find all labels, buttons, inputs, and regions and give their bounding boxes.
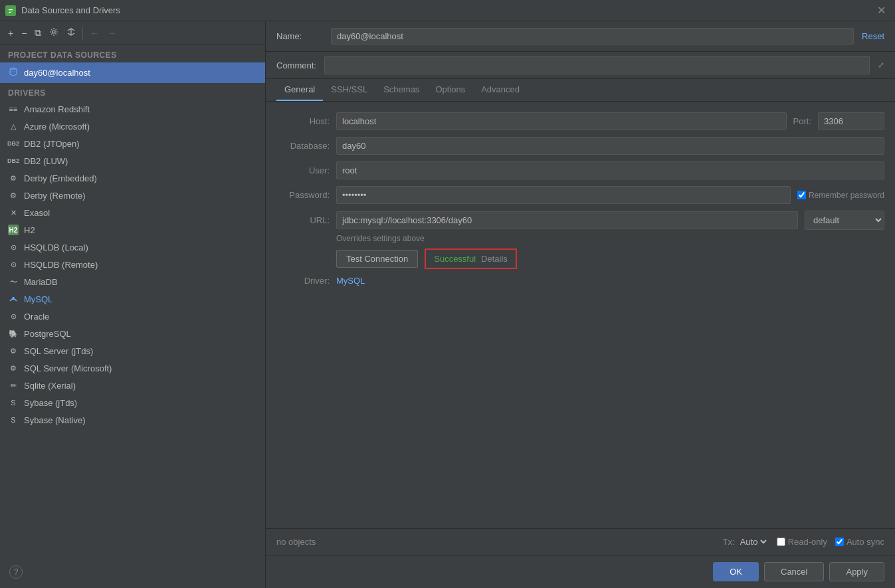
back-button[interactable]: ←: [87, 27, 102, 40]
driver-hsqldb-local[interactable]: ⊙ HSQLDB (Local): [0, 239, 265, 256]
help-button[interactable]: ?: [9, 565, 23, 579]
datasource-item[interactable]: day60@localhost: [0, 62, 265, 83]
driver-sybase-jtds-label: Sybase (jTds): [24, 398, 77, 408]
readonly-label: Read-only: [788, 537, 827, 547]
reset-button[interactable]: Reset: [862, 31, 884, 41]
driver-amazon-redshift-label: Amazon Redshift: [24, 104, 90, 114]
remember-password-checkbox[interactable]: [797, 191, 806, 199]
driver-sqlserver-jtds-label: SQL Server (jTds): [24, 346, 93, 356]
svg-rect-2: [9, 11, 13, 11]
ok-button[interactable]: OK: [713, 562, 759, 581]
driver-sybase-jtds[interactable]: S Sybase (jTds): [0, 394, 265, 411]
cancel-button[interactable]: Cancel: [764, 562, 824, 581]
expand-icon[interactable]: ⤢: [878, 60, 884, 70]
database-input[interactable]: [336, 137, 884, 155]
driver-derby-embedded-label: Derby (Embedded): [24, 173, 97, 183]
driver-row: Driver: MySQL: [276, 276, 884, 286]
driver-mariadb[interactable]: 〜 MariaDB: [0, 273, 265, 290]
password-label: Password:: [276, 190, 330, 200]
driver-derby-embedded[interactable]: ⚙ Derby (Embedded): [0, 169, 265, 187]
driver-sybase-native[interactable]: S Sybase (Native): [0, 411, 265, 429]
svg-rect-3: [9, 12, 11, 13]
derby-remote-icon: ⚙: [8, 190, 19, 201]
driver-sqlserver-microsoft-label: SQL Server (Microsoft): [24, 363, 112, 373]
exasol-icon: ✕: [8, 207, 19, 218]
footer-buttons: OK Cancel Apply: [266, 555, 895, 588]
remember-password-label: Remember password: [809, 191, 884, 200]
url-input[interactable]: [336, 211, 798, 229]
app-icon: [5, 5, 16, 16]
name-input[interactable]: [331, 28, 854, 45]
driver-db2-jtopen[interactable]: DB2 DB2 (JTOpen): [0, 135, 265, 152]
add-button[interactable]: +: [5, 27, 16, 40]
datasource-icon: [8, 66, 19, 79]
apply-button[interactable]: Apply: [829, 562, 884, 581]
driver-mysql[interactable]: MySQL: [0, 290, 265, 308]
driver-postgresql[interactable]: 🐘 PostgreSQL: [0, 325, 265, 342]
driver-db2-luw[interactable]: DB2 DB2 (LUW): [0, 152, 265, 169]
amazon-redshift-icon: ≡≡: [8, 104, 19, 114]
driver-sqlserver-jtds[interactable]: ⚙ SQL Server (jTds): [0, 342, 265, 359]
driver-sqlserver-microsoft[interactable]: ⚙ SQL Server (Microsoft): [0, 359, 265, 377]
svg-point-8: [12, 297, 15, 300]
tx-select[interactable]: Auto: [738, 536, 769, 547]
svg-point-4: [52, 31, 55, 33]
copy-button[interactable]: ⧉: [32, 26, 44, 40]
password-input[interactable]: [336, 186, 791, 204]
tab-options[interactable]: Options: [427, 79, 473, 101]
driver-link[interactable]: MySQL: [336, 276, 365, 286]
test-connection-row: Test Connection Successful Details: [336, 248, 884, 269]
tab-sshssl[interactable]: SSH/SSL: [323, 79, 375, 101]
postgresql-icon: 🐘: [8, 328, 19, 339]
title-bar: Data Sources and Drivers ✕: [0, 0, 895, 21]
settings-button[interactable]: [47, 26, 61, 40]
driver-derby-remote[interactable]: ⚙ Derby (Remote): [0, 187, 265, 204]
driver-exasol[interactable]: ✕ Exasol: [0, 204, 265, 221]
toolbar: + − ⧉ ← →: [0, 21, 265, 45]
success-text: Successful: [434, 254, 476, 264]
close-button[interactable]: ✕: [873, 3, 890, 18]
details-link[interactable]: Details: [481, 254, 508, 264]
driver-hsqldb-remote[interactable]: ⊙ HSQLDB (Remote): [0, 256, 265, 273]
tab-schemas[interactable]: Schemas: [375, 79, 427, 101]
forward-button[interactable]: →: [104, 27, 119, 40]
host-input[interactable]: [336, 112, 787, 130]
test-connection-button[interactable]: Test Connection: [336, 250, 418, 268]
tab-general[interactable]: General: [276, 79, 323, 101]
driver-h2[interactable]: H2 H2: [0, 221, 265, 239]
driver-postgresql-label: PostgreSQL: [24, 329, 71, 339]
database-label: Database:: [276, 141, 330, 151]
driver-sqlite[interactable]: ✏ Sqlite (Xerial): [0, 377, 265, 394]
svg-rect-1: [9, 9, 13, 10]
driver-label: Driver:: [276, 276, 330, 286]
tab-advanced[interactable]: Advanced: [473, 79, 528, 101]
autosync-checkbox[interactable]: [835, 538, 844, 546]
tx-label: Tx:: [723, 537, 735, 547]
hsqldb-remote-icon: ⊙: [8, 259, 19, 270]
comment-input[interactable]: [324, 56, 870, 74]
driver-exasol-label: Exasol: [24, 208, 50, 218]
driver-sybase-native-label: Sybase (Native): [24, 415, 85, 425]
readonly-checkbox[interactable]: [777, 538, 785, 546]
url-mode-select[interactable]: default: [805, 211, 884, 230]
form-area: Host: Port: Database: User: Password:: [266, 102, 895, 528]
right-panel: Name: Reset Comment: ⤢ General SSH/SSL S…: [266, 21, 895, 588]
remove-button[interactable]: −: [19, 27, 29, 40]
driver-oracle-label: Oracle: [24, 312, 49, 322]
driver-amazon-redshift[interactable]: ≡≡ Amazon Redshift: [0, 100, 265, 118]
port-label: Port:: [793, 116, 811, 126]
move-button[interactable]: [64, 26, 78, 40]
port-input[interactable]: [818, 112, 884, 130]
hsqldb-local-icon: ⊙: [8, 242, 19, 252]
tabs-bar: General SSH/SSL Schemas Options Advanced: [266, 79, 895, 102]
remember-password-row: Remember password: [797, 191, 884, 200]
driver-azure[interactable]: △ Azure (Microsoft): [0, 118, 265, 135]
main-container: + − ⧉ ← → Project Data Sources: [0, 21, 895, 588]
autosync-row: Auto sync: [835, 537, 884, 547]
host-row: Host: Port:: [276, 112, 884, 130]
driver-azure-label: Azure (Microsoft): [24, 122, 90, 132]
left-panel: + − ⧉ ← → Project Data Sources: [0, 21, 266, 588]
user-input[interactable]: [336, 161, 884, 179]
driver-h2-label: H2: [24, 225, 35, 235]
driver-oracle[interactable]: ⊙ Oracle: [0, 308, 265, 325]
